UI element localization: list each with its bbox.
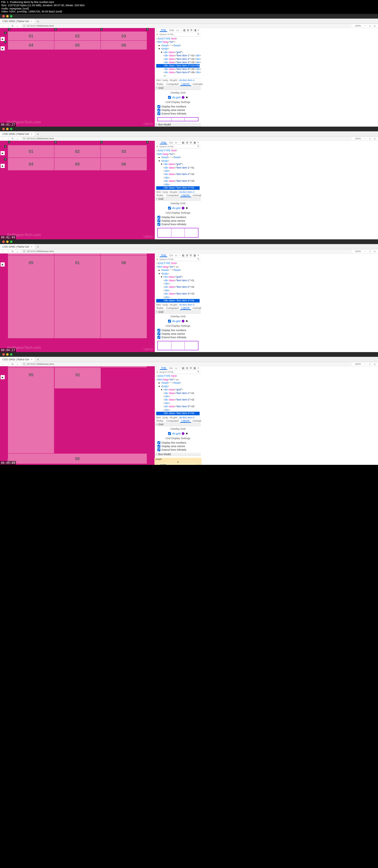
reload-button[interactable]: ↻ xyxy=(11,137,14,140)
bc-body[interactable]: body xyxy=(163,79,168,82)
inspector-tab[interactable]: Insp xyxy=(160,141,167,144)
close-window-icon[interactable] xyxy=(2,15,5,18)
dom-doctype[interactable]: <!DOCTYPE html> xyxy=(156,37,200,40)
grid-item: 06 xyxy=(101,41,147,50)
dom-html[interactable]: <html lang="en"> xyxy=(156,40,200,44)
grid-color-swatch[interactable] xyxy=(182,96,184,99)
dom-item-2[interactable]: <div class="item item-2">02</div> xyxy=(156,58,200,61)
dom-item-5[interactable]: <div class="item item-5">05</div> xyxy=(156,68,200,71)
new-tab-button[interactable]: + xyxy=(35,20,40,23)
grid-section-header[interactable]: ▾Grid xyxy=(155,86,201,90)
dom-body[interactable]: ▾ <body> xyxy=(156,47,200,51)
grid-item: 03 xyxy=(54,253,100,255)
minimize-window-icon[interactable] xyxy=(6,15,8,18)
dom-item-4-selected[interactable]: <div class="item item-4">04 xyxy=(156,186,200,189)
home-button[interactable]: ⌂ xyxy=(16,137,19,140)
bc-item4[interactable]: div.item.item-4 xyxy=(179,79,194,82)
overlay-grid-checkbox[interactable] xyxy=(168,96,171,99)
animations-tab[interactable]: Animatio xyxy=(191,83,204,86)
setting-extend-lines-label: Extend lines infinitely xyxy=(162,112,186,115)
grid-item: 03 xyxy=(101,32,147,40)
more-icon[interactable]: ⋯ xyxy=(180,28,182,32)
grid-line-marker: 1 xyxy=(8,28,10,31)
close-devtools-icon[interactable]: × xyxy=(197,141,200,144)
setting-line-numbers-checkbox[interactable] xyxy=(157,105,161,108)
dock-icon[interactable]: ◨ xyxy=(194,28,196,32)
grid-color-picker-icon[interactable]: ◉ xyxy=(186,96,188,99)
box-model-header[interactable]: ▸Box Model xyxy=(155,123,201,127)
devtools-panel: ⬚ Insp Co ▭⋯◧⊞⚙◨× +✎ <!DOCTYPE html> <ht… xyxy=(155,366,201,465)
setting-area-names-checkbox[interactable] xyxy=(157,108,161,112)
search-html-input[interactable] xyxy=(159,33,196,36)
back-button[interactable]: ← xyxy=(2,137,5,140)
dom-item-4-selected[interactable]: <div class="item item-4">04</div> xyxy=(156,64,200,67)
bc-grid[interactable]: div.grid xyxy=(170,79,177,82)
grid-item: 02 xyxy=(54,32,100,40)
inspector-icon[interactable]: ⬚ xyxy=(156,28,159,32)
search-html-input[interactable] xyxy=(159,145,196,148)
grid-line-marker: 4 xyxy=(146,28,149,31)
co-tab[interactable]: Co xyxy=(168,141,174,144)
devtools-search-row: + ✎ xyxy=(155,32,201,36)
close-tab-icon[interactable]: × xyxy=(31,20,32,23)
grid-line-marker: 2 xyxy=(54,141,57,144)
play-indicator-icon: ▶ xyxy=(1,262,5,267)
home-button[interactable]: ⌂ xyxy=(16,25,19,27)
bc-html[interactable]: html xyxy=(156,79,161,82)
responsive-icon[interactable]: ▭ xyxy=(176,28,179,32)
dom-tree[interactable]: <!DOCTYPE html> <html lang="en"> ▸ <head… xyxy=(155,37,201,79)
bookmark-icon[interactable]: ☆ xyxy=(369,25,372,27)
setting-extend-lines-checkbox[interactable] xyxy=(157,112,161,115)
back-button[interactable]: ← xyxy=(2,25,5,27)
frame-2: CSS GRID | Rahul Giri×+ ← → ↻ ⌂ ⓘ127.0.0… xyxy=(0,127,378,239)
layout-tab[interactable]: Layout xyxy=(180,82,191,86)
storage-icon[interactable]: ⊞ xyxy=(187,28,189,32)
maximize-window-icon[interactable] xyxy=(10,15,12,18)
dom-grid[interactable]: ▾ <div class="grid"> xyxy=(156,51,200,54)
rules-tab[interactable]: Rules xyxy=(155,83,165,86)
zoom-indicator[interactable]: 100% xyxy=(354,25,362,27)
inspector-tab[interactable]: Insp xyxy=(160,28,167,32)
dom-comment[interactable]: <!-- xyxy=(156,74,200,78)
reader-icon[interactable]: ⋯ xyxy=(364,25,367,27)
forward-button[interactable]: → xyxy=(6,25,9,27)
paint-icon[interactable]: ◧ xyxy=(183,28,186,32)
dom-head[interactable]: ▸ <head>⋯</head> xyxy=(156,44,200,47)
overlay-grid-name[interactable]: div.grid xyxy=(172,96,180,99)
browser-tab[interactable]: CSS GRID | Rahul Giri × xyxy=(0,19,35,24)
frame-3: CSS GRID | Rahul Giri×+ ←→↻⌂ ⓘ127.0.0.1:… xyxy=(0,239,378,352)
forward-button[interactable]: → xyxy=(6,137,9,140)
box-model-diagram: margin 0 border padding 16 16 332.083×68… xyxy=(155,456,201,465)
timecode: 00:01:27 xyxy=(0,123,16,127)
url-field[interactable]: ⓘ 127.0.0.1:5500/index.html xyxy=(21,24,352,27)
grid-line-marker: 1 xyxy=(4,32,6,34)
dom-tree[interactable]: <!DOCTYPE html> <html lang="en"> ▸ <head… xyxy=(155,149,201,190)
page-viewport: ▶ 02 03 04 05 01 06 thePigeonTech.com Ud… xyxy=(0,253,155,352)
grid-item: 05 xyxy=(54,41,100,50)
console-tab[interactable]: Con xyxy=(168,28,175,32)
grid-item: 02 xyxy=(8,366,54,367)
dom-item-6[interactable]: <div class="item item-6">06</div> xyxy=(156,71,200,74)
close-devtools-icon[interactable]: × xyxy=(197,28,200,32)
settings-icon[interactable]: ⚙ xyxy=(190,28,193,32)
video-codec: Video: h264, yuv420p, 1280x720, 30.00 fp… xyxy=(1,10,377,13)
grid-item: 05 xyxy=(54,158,100,170)
reload-button[interactable]: ↻ xyxy=(11,25,14,27)
grid-line-marker: 2 xyxy=(54,28,57,31)
page-viewport: ▶ ▶ 1 2 3 4 1 2 01 02 03 04 05 06 thePig… xyxy=(0,28,155,127)
grid-line-marker: 3 xyxy=(100,28,103,31)
inspector-icon[interactable]: ⬚ xyxy=(156,141,159,144)
dom-item-3[interactable]: <div class="item item-3">03</div> xyxy=(156,61,200,64)
play-indicator-icon: ▶ xyxy=(1,151,5,155)
grid-item: 04 xyxy=(8,158,54,170)
url-field[interactable]: ⓘ127.0.0.1:5500/index.html xyxy=(21,137,352,140)
video-size: Size: 11572120 bytes (11.04 MiB), durati… xyxy=(1,4,377,7)
add-node-icon[interactable]: + xyxy=(156,32,158,36)
tab-title: CSS GRID | Rahul Giri xyxy=(2,20,29,23)
computed-tab[interactable]: Computed xyxy=(165,83,180,86)
video-file: File: 1. Positioning items by line numbe… xyxy=(1,1,377,4)
edit-icon[interactable]: ✎ xyxy=(197,33,200,36)
overlay-grid-checkbox[interactable] xyxy=(168,207,171,210)
menu-icon[interactable]: ≡ xyxy=(373,25,376,27)
dom-item-1[interactable]: <div class="item item-1">01</div> xyxy=(156,54,200,57)
